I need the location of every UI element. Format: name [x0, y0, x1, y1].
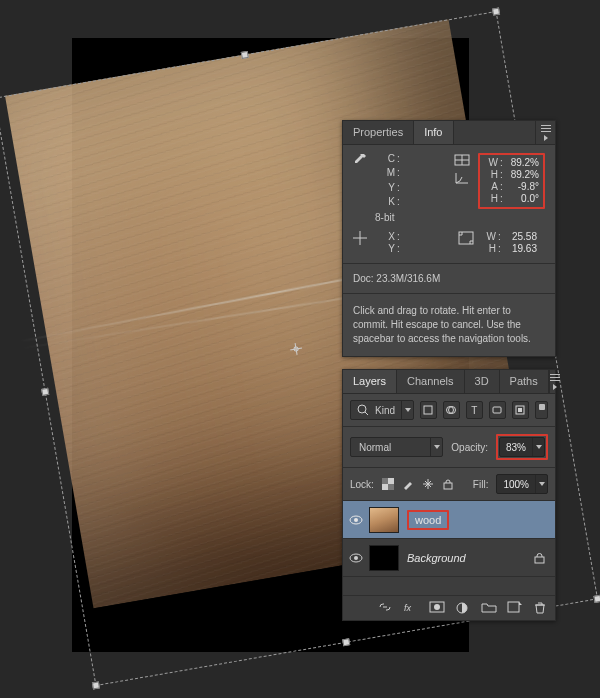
transform-handle[interactable] — [241, 51, 249, 59]
filter-adjustment-icon[interactable] — [443, 401, 460, 419]
highlight-transform-values: W:89.2% H:89.2% A:-9.8° H:0.0° — [478, 153, 545, 209]
transform-handle[interactable] — [593, 595, 600, 603]
dimensions-icon — [454, 154, 470, 168]
eyedropper-icon — [353, 153, 375, 209]
filter-kind-dropdown[interactable]: Kind — [350, 400, 414, 420]
tab-info[interactable]: Info — [414, 121, 453, 144]
svg-point-24 — [354, 556, 358, 560]
transform-handle[interactable] — [342, 638, 350, 646]
svg-point-28 — [434, 604, 440, 610]
info-color-readout: C: M: Y: K: — [353, 153, 436, 209]
blend-mode-value: Normal — [351, 442, 399, 453]
filter-pixel-icon[interactable] — [420, 401, 437, 419]
visibility-toggle[interactable] — [343, 553, 369, 563]
info-panel-tabbar: Properties Info — [343, 121, 555, 145]
value-w: 89.2% — [505, 157, 539, 168]
layer-name[interactable]: wood — [415, 514, 441, 526]
lock-label: Lock: — [350, 479, 374, 490]
visibility-toggle[interactable] — [343, 515, 369, 525]
svg-rect-11 — [424, 406, 432, 414]
fill-value: 100% — [497, 479, 535, 490]
opacity-value: 83% — [500, 442, 532, 453]
svg-rect-8 — [459, 232, 473, 244]
tab-3d[interactable]: 3D — [465, 370, 500, 393]
panel-flyout-menu[interactable] — [535, 121, 555, 144]
tab-properties[interactable]: Properties — [343, 121, 414, 144]
fx-icon[interactable]: fx — [403, 601, 419, 615]
filter-kind-label: Kind — [369, 405, 401, 416]
transform-handle[interactable] — [41, 387, 49, 395]
layers-panel-tabbar: Layers Channels 3D Paths — [343, 370, 555, 394]
panel-flyout-menu[interactable] — [549, 370, 560, 393]
label-skew-h: H — [484, 193, 498, 204]
link-layers-icon[interactable] — [377, 601, 393, 615]
blend-mode-dropdown[interactable]: Normal — [350, 437, 443, 457]
tab-channels[interactable]: Channels — [397, 370, 464, 393]
lock-transparency-icon[interactable] — [382, 478, 395, 491]
svg-point-22 — [354, 518, 358, 522]
trash-icon[interactable] — [533, 601, 549, 615]
info-position-readout: X: Y: — [353, 231, 436, 254]
opacity-field[interactable]: 83% — [499, 437, 545, 457]
label-y: Y — [381, 182, 395, 195]
mask-icon[interactable] — [429, 601, 445, 615]
layers-panel: Layers Channels 3D Paths Kind T Normal — [342, 369, 556, 621]
doc-size-text: Doc: 23.3M/316.6M — [353, 273, 545, 284]
tool-hint-text: Click and drag to rotate. Hit enter to c… — [353, 304, 545, 346]
label-m: M — [381, 167, 395, 180]
label-y: Y — [381, 243, 395, 254]
filter-smart-icon[interactable] — [512, 401, 529, 419]
layer-name[interactable]: Background — [407, 552, 466, 564]
transform-center-icon[interactable] — [289, 342, 303, 356]
filter-toggle-switch[interactable] — [535, 401, 548, 419]
highlight-layer-name: wood — [407, 510, 449, 530]
layer-thumbnail[interactable] — [369, 545, 399, 571]
layers-bottom-bar: fx — [343, 595, 555, 620]
lock-icon — [534, 552, 545, 564]
value-a: -9.8° — [505, 181, 539, 192]
layer-row-wood[interactable]: wood — [343, 501, 555, 539]
svg-rect-20 — [444, 483, 452, 489]
lock-all-icon[interactable] — [442, 478, 455, 491]
svg-rect-30 — [508, 602, 519, 612]
svg-rect-19 — [388, 484, 394, 490]
svg-rect-18 — [382, 478, 388, 484]
layers-filter-row: Kind T — [343, 394, 555, 427]
tab-layers[interactable]: Layers — [343, 370, 397, 393]
label-k: K — [381, 196, 395, 209]
tab-paths[interactable]: Paths — [500, 370, 549, 393]
opacity-label: Opacity: — [451, 442, 488, 453]
lock-position-icon[interactable] — [422, 478, 435, 491]
bounds-icon — [458, 231, 476, 254]
adjustment-icon[interactable] — [455, 601, 471, 615]
new-layer-icon[interactable] — [507, 601, 523, 615]
layer-row-background[interactable]: Background — [343, 539, 555, 577]
value-h: 89.2% — [505, 169, 539, 180]
label-h: H — [484, 169, 498, 180]
angle-icon — [454, 171, 470, 185]
filter-type-icon[interactable]: T — [466, 401, 483, 419]
label-a: A — [484, 181, 498, 192]
transform-handle[interactable] — [92, 681, 100, 689]
filter-shape-icon[interactable] — [489, 401, 506, 419]
value-doc-h: 19.63 — [503, 243, 537, 254]
bit-depth: 8-bit — [375, 212, 545, 223]
svg-line-10 — [365, 412, 368, 415]
group-icon[interactable] — [481, 601, 497, 615]
blend-opacity-row: Normal Opacity: 83% — [343, 427, 555, 468]
lock-fill-row: Lock: Fill: 100% — [343, 468, 555, 501]
value-doc-w: 25.58 — [503, 231, 537, 242]
svg-point-9 — [358, 405, 366, 413]
layer-list: wood Background — [343, 501, 555, 595]
label-w: W — [484, 157, 498, 168]
fill-label: Fill: — [473, 479, 489, 490]
svg-rect-14 — [493, 407, 501, 413]
fill-field[interactable]: 100% — [496, 474, 548, 494]
label-c: C — [381, 153, 395, 166]
crosshair-icon — [353, 231, 375, 254]
transform-handle[interactable] — [492, 7, 500, 15]
lock-pixels-icon[interactable] — [402, 478, 415, 491]
layer-thumbnail[interactable] — [369, 507, 399, 533]
svg-rect-16 — [518, 408, 522, 412]
highlight-opacity: 83% — [496, 434, 548, 460]
